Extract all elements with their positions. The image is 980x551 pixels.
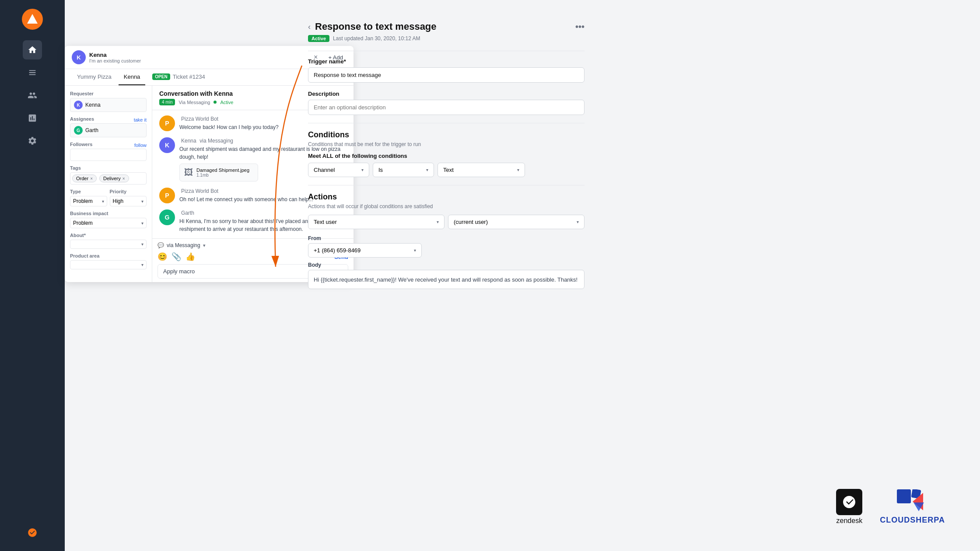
description-label: Description [308, 91, 584, 97]
type-label: Type [70, 189, 107, 194]
active-status: Active [220, 100, 233, 105]
tab-ticket[interactable]: OPEN Ticket #1234 [147, 69, 210, 85]
requester-value: K Kenna [70, 98, 147, 112]
tags-row: Order × Delivery × [70, 172, 147, 185]
user-avatar: K [72, 50, 86, 64]
sidebar-logo[interactable] [22, 9, 43, 30]
followers-label: Followers [70, 142, 92, 147]
tag-order-remove[interactable]: × [90, 176, 93, 181]
description-section: Description [308, 91, 584, 115]
garth-avatar: G [159, 209, 175, 225]
sidebar-item-settings[interactable] [23, 131, 42, 150]
more-options-button[interactable]: ••• [575, 22, 584, 32]
conditions-title: Conditions [308, 130, 584, 139]
business-impact-value: Problem [73, 220, 93, 226]
product-area-chevron: ▾ [141, 262, 144, 267]
follow-link[interactable]: follow [134, 143, 147, 148]
body-input[interactable] [308, 270, 584, 289]
body-label: Body [308, 262, 584, 268]
active-indicator [214, 101, 217, 104]
cloudsherpa-text: CLOUDSHERPA [880, 516, 945, 525]
from-section: From +1 (864) 659-8469 ▾ [308, 235, 584, 258]
reply-channel-icon: 💬 [158, 242, 164, 248]
body-section: Body [308, 262, 584, 289]
zendesk-logo: zendesk [836, 489, 862, 525]
trigger-name-input[interactable] [308, 67, 584, 83]
channel-label: Channel [314, 167, 335, 173]
zendesk-icon [836, 489, 862, 515]
last-updated: Last updated Jan 30, 2020, 10:12 AM [333, 35, 420, 42]
channel-chevron: ▾ [361, 167, 364, 172]
actions-row: Text user ▾ (current user) ▾ [308, 215, 584, 229]
assignee-name: Garth [85, 127, 98, 133]
description-input[interactable] [308, 100, 584, 115]
svg-marker-0 [27, 14, 38, 24]
ticket-number: Ticket #1234 [173, 73, 205, 80]
open-badge: OPEN [152, 73, 170, 80]
from-select[interactable]: +1 (864) 659-8469 ▾ [308, 243, 422, 258]
attachment-icon: 🖼 [184, 167, 193, 178]
take-it-link[interactable]: take it [134, 117, 147, 122]
type-value: Problem [73, 198, 93, 204]
attachment-info: Damaged Shipment.jpeg 1.1mb [196, 167, 249, 178]
about-select[interactable]: ▾ [70, 240, 147, 249]
conditions-row: Channel ▾ Is ▾ Text ▾ [308, 163, 584, 177]
cloudsherpa-icon [897, 489, 928, 514]
bot-avatar-2: P [159, 188, 175, 203]
trigger-name-label: Trigger name* [308, 58, 584, 65]
about-label: About* [70, 233, 147, 238]
apply-macro-label: Apply macro [163, 268, 195, 275]
zendesk-text: zendesk [836, 517, 863, 525]
condition-value-chevron: ▾ [517, 167, 519, 172]
conditions-subtitle: Conditions that must be met for the trig… [308, 141, 584, 147]
user-info: Kenna I'm an existing customer [89, 52, 141, 63]
business-impact-label: Business impact [70, 211, 147, 216]
meet-all-label: Meet ALL of the following conditions [308, 153, 584, 159]
followers-input[interactable] [70, 149, 147, 161]
bot-avatar-1: P [159, 115, 175, 131]
sidebar-item-home[interactable] [23, 40, 42, 59]
trigger-name-section: Trigger name* [308, 58, 584, 83]
channel-select[interactable]: Channel ▾ [308, 163, 369, 177]
requester-name: Kenna [85, 102, 101, 108]
thumbs-button[interactable]: 👍 [186, 252, 195, 262]
emoji-button[interactable]: 😊 [158, 252, 167, 262]
kenna-avatar: K [159, 137, 175, 153]
tab-yummy-pizza[interactable]: Yummy Pizza [72, 69, 117, 85]
priority-select[interactable]: High ▾ [110, 196, 147, 206]
priority-value: High [113, 198, 124, 204]
user-subtitle: I'm an existing customer [89, 58, 141, 63]
via-messaging: Via Messaging [178, 100, 210, 105]
product-area-select[interactable]: ▾ [70, 260, 147, 269]
reply-channel-label: via Messaging [167, 242, 200, 248]
back-button[interactable]: ‹ [308, 22, 311, 31]
actions-title: Actions [308, 192, 584, 202]
action-field-select[interactable]: Text user ▾ [308, 215, 444, 229]
sidebar-item-contacts[interactable] [23, 86, 42, 105]
active-badge: Active [308, 35, 329, 42]
type-select[interactable]: Problem ▾ [70, 196, 107, 206]
attachment-size: 1.1mb [196, 173, 249, 178]
assignee-avatar: G [74, 126, 83, 135]
action-field-label: Text user [314, 219, 337, 225]
sidebar-item-reports[interactable] [23, 108, 42, 128]
operator-chevron: ▾ [426, 167, 428, 172]
about-chevron: ▾ [141, 242, 144, 247]
action-value-label: (current user) [454, 219, 488, 225]
tag-delivery-remove[interactable]: × [122, 176, 125, 181]
tab-kenna[interactable]: Kenna [119, 69, 146, 85]
operator-select[interactable]: Is ▾ [373, 163, 434, 177]
condition-value: Text [443, 167, 454, 173]
type-chevron: ▾ [102, 199, 104, 204]
condition-value-select[interactable]: Text ▾ [438, 163, 525, 177]
divider-3 [308, 185, 584, 185]
priority-label: Priority [110, 189, 147, 194]
svg-rect-2 [897, 489, 911, 503]
sidebar-item-zendesk[interactable] [23, 523, 42, 542]
attachment-button[interactable]: 📎 [172, 252, 181, 262]
sidebar-item-tickets[interactable] [23, 63, 42, 82]
cloudsherpa-logo: CLOUDSHERPA [880, 489, 945, 525]
action-value-select[interactable]: (current user) ▾ [448, 215, 584, 229]
from-chevron: ▾ [414, 248, 416, 253]
business-impact-select[interactable]: Problem ▾ [70, 218, 147, 228]
